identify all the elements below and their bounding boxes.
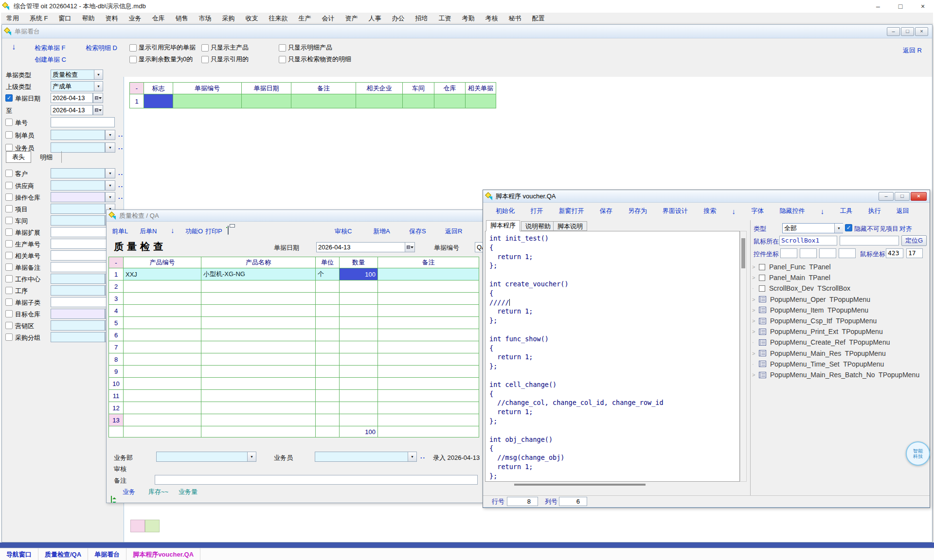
qa-cell[interactable] [201, 305, 316, 317]
combo-dropdown-button[interactable]: ▼ [105, 180, 115, 191]
filter-checkbox[interactable] [5, 170, 13, 177]
qa-column-header[interactable]: 产品编号 [124, 257, 201, 268]
qa-cell[interactable]: 小型机-XG-NG [201, 268, 316, 280]
dropdown-arrow-icon[interactable]: ↓ [171, 226, 175, 234]
viewer-back-link[interactable]: 返回 R [903, 46, 922, 55]
filter-combo[interactable]: 质量检查▼ [51, 70, 103, 80]
viewer-cell[interactable] [242, 94, 291, 108]
qa-cell[interactable] [378, 353, 479, 366]
qa-doc-no-field[interactable]: QA [475, 242, 483, 252]
filter-combo[interactable] [51, 142, 105, 153]
viewer-cell[interactable] [173, 94, 242, 108]
filter-combo[interactable] [51, 215, 105, 226]
qa-cell[interactable] [316, 414, 340, 426]
expand-arrow-icon[interactable]: > [752, 372, 759, 378]
qa-cell[interactable] [316, 366, 340, 378]
qa-doc-date-calendar-button[interactable] [405, 242, 415, 252]
filter-checkbox[interactable] [5, 193, 13, 201]
lookup-dots[interactable]: .. [118, 131, 124, 138]
viewer-option-checkbox[interactable] [201, 56, 209, 63]
filter-combo[interactable] [51, 332, 105, 342]
menu-item[interactable]: 招培 [410, 13, 433, 24]
menu-item[interactable]: 采购 [217, 13, 240, 24]
menu-item[interactable]: 资料 [100, 13, 124, 24]
qa-row-number[interactable]: 11 [109, 390, 124, 402]
qa-cell[interactable] [201, 414, 316, 426]
qa-cell[interactable] [316, 353, 340, 366]
tree-item[interactable]: >PopupMenu_Oper TPopupMenu [752, 295, 870, 304]
expand-arrow-icon[interactable]: > [752, 275, 759, 280]
filter-combo[interactable] [51, 168, 105, 178]
qa-row-number[interactable]: 8 [109, 353, 124, 366]
menu-item[interactable]: 考勤 [457, 13, 480, 24]
qa-row-number[interactable]: 12 [109, 402, 124, 414]
script-restore-button[interactable]: □ [895, 192, 910, 201]
qa-cell[interactable] [378, 293, 479, 305]
qa-footer-link[interactable]: 业务 [123, 488, 135, 496]
viewer-option-checkbox[interactable] [279, 56, 286, 63]
menu-item[interactable]: 帮助 [77, 13, 100, 24]
locate-button[interactable]: 定位G [901, 235, 927, 246]
viewer-cell[interactable] [466, 94, 496, 108]
filter-input[interactable] [51, 117, 115, 127]
tree-item[interactable]: >Panel_Main TPanel [752, 273, 830, 282]
filter-combo[interactable] [51, 180, 105, 191]
qa-cell[interactable] [316, 390, 340, 402]
qa-cell[interactable] [340, 390, 378, 402]
qa-cell[interactable] [201, 366, 316, 378]
qa-column-header[interactable]: - [109, 257, 124, 268]
viewer-column-header[interactable]: 相关单据 [466, 83, 496, 94]
minimize-button[interactable]: – [867, 0, 889, 13]
filter-checkbox[interactable]: ✓ [5, 94, 13, 102]
viewer-column-header[interactable]: 单据编号 [173, 83, 242, 94]
qa-cell[interactable] [124, 293, 201, 305]
filter-checkbox[interactable] [5, 119, 13, 126]
qa-cell[interactable] [316, 329, 340, 341]
viewer-close-button[interactable]: × [915, 27, 928, 36]
filter-combo[interactable]: 产成单▼ [51, 81, 103, 91]
type-combo-arrow[interactable]: ▼ [834, 224, 843, 233]
calendar-button[interactable] [93, 93, 103, 103]
viewer-cell[interactable] [403, 94, 434, 108]
filter-input[interactable] [51, 227, 115, 237]
mouse-at-input2[interactable] [840, 236, 899, 245]
viewer-column-header[interactable]: 车间 [403, 83, 434, 94]
qa-cell[interactable] [316, 293, 340, 305]
qa-cell[interactable] [378, 329, 479, 341]
qa-cell[interactable] [340, 402, 378, 414]
filter-date-field[interactable]: 2026-04-13 [51, 93, 93, 103]
menu-item[interactable]: 资产 [340, 13, 363, 24]
editor-vscrollbar[interactable] [740, 231, 747, 482]
printer-icon[interactable] [228, 226, 229, 235]
qa-cell[interactable] [340, 378, 378, 390]
script-toolbar-link[interactable]: 返回 [897, 207, 909, 215]
qa-toolbar-link[interactable]: 后单N [140, 227, 157, 236]
viewer-cell[interactable] [434, 94, 466, 108]
tree-item[interactable]: >PopupMenu_Print_Ext TPopupMenu [752, 327, 883, 336]
mouse-at-input[interactable]: ScrollBox1 [779, 236, 837, 245]
filter-checkbox[interactable] [5, 310, 13, 317]
qa-toolbar-link[interactable]: 返回R [445, 227, 462, 236]
menu-item[interactable]: 销售 [170, 13, 194, 24]
script-toolbar-link[interactable]: 工具 [840, 207, 852, 215]
qa-row-number[interactable]: 1 [109, 268, 124, 280]
qa-cell[interactable] [340, 305, 378, 317]
qa-cell[interactable] [340, 329, 378, 341]
qa-cell[interactable] [124, 414, 201, 426]
mouse-x-input[interactable]: 423 [886, 248, 903, 258]
qa-cell[interactable] [340, 341, 378, 353]
qa-cell[interactable] [124, 366, 201, 378]
taskbar-item[interactable]: 导航窗口 [0, 548, 38, 560]
ctrl-coord-input-1[interactable] [780, 248, 797, 258]
filter-date-field[interactable]: 2026-04-13 [51, 105, 93, 115]
combo-dropdown-button[interactable]: ▼ [105, 130, 115, 140]
qa-cell[interactable] [378, 366, 479, 378]
filter-combo[interactable] [51, 130, 105, 140]
filter-combo[interactable] [51, 192, 105, 202]
qa-cell[interactable] [316, 341, 340, 353]
tree-item[interactable]: >PopupMenu_Csp_Itf TPopupMenu [752, 316, 877, 326]
qa-footer-link[interactable]: 业务量 [179, 488, 198, 496]
script-tab[interactable]: 说明帮助 [521, 221, 555, 231]
qa-cell[interactable]: 100 [340, 268, 378, 280]
code-editor[interactable]: int init_test(){ return 1;}; int create_… [485, 231, 740, 482]
